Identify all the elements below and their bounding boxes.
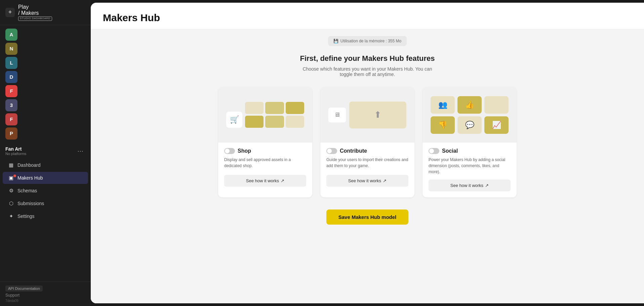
screen-icon: 🖥	[328, 108, 346, 122]
contribute-arrow-icon: ↗	[383, 178, 387, 183]
project-header: Fan Art No platforms ⋯	[0, 143, 91, 157]
avatar-f2[interactable]: F	[5, 113, 17, 125]
social-desc: Power your Makers Hub by adding a social…	[429, 157, 511, 175]
avatar-a[interactable]: A	[5, 29, 17, 41]
shop-name: Shop	[238, 148, 251, 154]
content-area: 💾 Utilisation de la mémoire : 355 Mo Fir…	[91, 29, 644, 303]
user-id: 7deda09	[5, 299, 85, 303]
social-empty1	[484, 96, 509, 114]
social-toggle[interactable]	[429, 148, 439, 154]
avatar-n[interactable]: N	[5, 43, 17, 55]
contribute-see-how-label: See how it works	[348, 178, 381, 183]
schemas-icon: ⚙	[8, 188, 14, 194]
contribute-card: 🖥 ⬆ Contribute Guide your users to impor…	[320, 87, 414, 197]
social-name: Social	[442, 148, 458, 154]
settings-icon: ✦	[8, 213, 14, 219]
notification-dot	[13, 175, 16, 177]
project-menu-button[interactable]: ⋯	[75, 147, 85, 155]
cart-icon: 🛒	[226, 112, 242, 128]
sidebar-header: + Play / Makers STUDIO DASHBOARD	[0, 0, 91, 25]
sidebar-item-makers-hub[interactable]: ▣ Makers Hub	[3, 172, 88, 184]
sidebar-bottom: API Documentation Support 7deda09	[0, 281, 91, 306]
shop-arrow-icon: ↗	[281, 178, 284, 183]
avatar-list: A N L D F 3 F P	[0, 25, 91, 143]
project-sub: No platforms	[5, 152, 26, 156]
nav-menu: ▦ Dashboard ▣ Makers Hub ⚙ Schemas ⬡ Sub…	[0, 157, 91, 224]
sidebar-item-settings[interactable]: ✦ Settings	[3, 210, 88, 222]
social-users-icon: 👥	[431, 96, 455, 114]
social-illustration: 👥 👍 👎 💬 📈	[422, 87, 517, 143]
memory-bar: 💾 Utilisation de la mémoire : 355 Mo	[328, 36, 407, 46]
page-header: Makers Hub	[91, 3, 644, 29]
sidebar-item-schemas[interactable]: ⚙ Schemas	[3, 185, 88, 197]
submissions-label: Submissions	[17, 201, 44, 206]
avatar-f[interactable]: F	[5, 85, 17, 97]
avatar-3[interactable]: 3	[5, 99, 17, 111]
main-content: Makers Hub 💾 Utilisation de la mémoire :…	[91, 3, 644, 303]
memory-icon: 💾	[333, 39, 338, 43]
brand-play: Play	[18, 4, 52, 10]
brand-badge: STUDIO DASHBOARD	[18, 16, 52, 21]
upload-icon: ⬆	[349, 102, 406, 128]
social-comment-icon: 💬	[457, 116, 482, 134]
contribute-name: Contribute	[340, 148, 367, 154]
contribute-illustration: 🖥 ⬆	[320, 87, 414, 143]
social-trend-icon: 📈	[484, 116, 509, 134]
shop-see-how-button[interactable]: See how it works ↗	[224, 175, 306, 187]
social-card: 👥 👍 👎 💬 📈 Social Power your Makers Hub b…	[422, 87, 517, 197]
add-button[interactable]: +	[5, 8, 15, 17]
support-link[interactable]: Support	[5, 293, 85, 298]
dashboard-label: Dashboard	[17, 162, 41, 168]
shop-illustration: 🛒	[218, 87, 312, 143]
sidebar-item-submissions[interactable]: ⬡ Submissions	[3, 197, 88, 209]
shop-toggle[interactable]	[224, 148, 235, 154]
avatar-l[interactable]: L	[5, 57, 17, 69]
social-see-how-label: See how it works	[450, 183, 483, 188]
brand-logo: Play / Makers STUDIO DASHBOARD	[18, 4, 52, 21]
sidebar-item-dashboard[interactable]: ▦ Dashboard	[3, 159, 88, 171]
contribute-see-how-button[interactable]: See how it works ↗	[326, 175, 408, 187]
contribute-desc: Guide your users to import their creatio…	[326, 157, 408, 170]
page-title: Makers Hub	[103, 12, 632, 24]
project-name: Fan Art	[5, 146, 26, 152]
contribute-toggle[interactable]	[326, 148, 337, 154]
shop-see-how-label: See how it works	[246, 178, 279, 183]
social-see-how-button[interactable]: See how it works ↗	[429, 180, 511, 191]
shop-desc: Display and sell approved assets in a de…	[224, 157, 306, 170]
social-dislike-icon: 👎	[431, 116, 455, 134]
sidebar: + Play / Makers STUDIO DASHBOARD A N L D…	[0, 0, 91, 306]
brand-makers: / Makers	[18, 10, 52, 16]
features-subtitle: Choose which features you want in your M…	[297, 66, 438, 77]
avatar-d[interactable]: D	[5, 71, 17, 83]
save-button[interactable]: Save Makers Hub model	[326, 209, 409, 225]
makers-hub-label: Makers Hub	[17, 175, 43, 181]
schemas-label: Schemas	[17, 188, 37, 193]
api-doc-link[interactable]: API Documentation	[5, 285, 43, 292]
dashboard-icon: ▦	[8, 162, 14, 168]
shop-card: 🛒 Shop	[218, 87, 312, 197]
avatar-p[interactable]: P	[5, 127, 17, 140]
feature-cards-row: 🛒 Shop	[206, 87, 529, 197]
social-arrow-icon: ↗	[485, 183, 489, 188]
features-title: First, define your Makers Hub features	[300, 54, 435, 63]
settings-label: Settings	[17, 214, 35, 219]
submissions-icon: ⬡	[8, 200, 14, 206]
social-like-icon: 👍	[457, 96, 482, 114]
memory-label: Utilisation de la mémoire : 355 Mo	[340, 39, 401, 43]
